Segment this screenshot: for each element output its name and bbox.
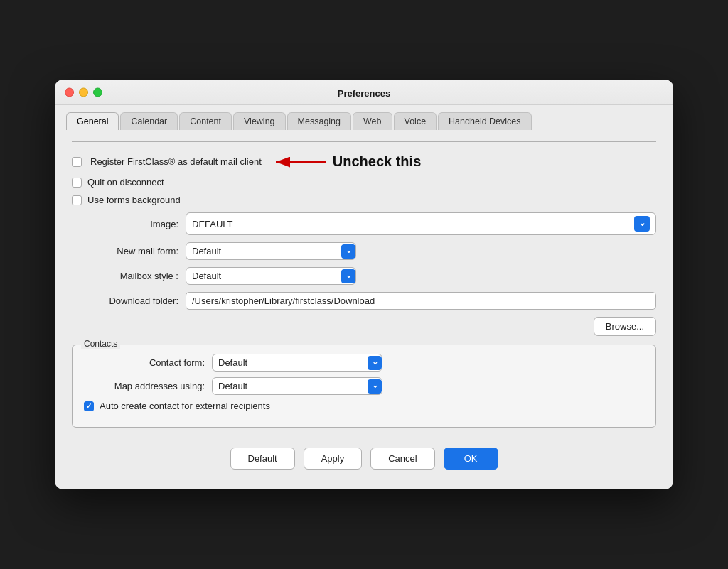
tab-divider: [72, 141, 656, 142]
quit-on-disconnect-label: Quit on disconnect: [87, 177, 164, 188]
apply-button[interactable]: Apply: [304, 448, 363, 470]
mailbox-style-select[interactable]: Default: [186, 267, 356, 285]
download-folder-label: Download folder:: [72, 296, 186, 306]
tab-general[interactable]: General: [66, 112, 119, 130]
annotation-text: Uncheck this: [333, 153, 421, 170]
cancel-button[interactable]: Cancel: [370, 448, 434, 470]
map-addresses-select[interactable]: Default: [212, 377, 382, 395]
use-forms-background-checkbox[interactable]: [72, 195, 82, 205]
download-folder-row: Download folder:: [72, 292, 656, 310]
maximize-button[interactable]: [93, 87, 102, 97]
tab-calendar[interactable]: Calendar: [120, 112, 178, 130]
bottom-buttons: Default Apply Cancel OK: [72, 442, 656, 472]
mailbox-style-arrow: [341, 269, 355, 283]
quit-on-disconnect-checkbox[interactable]: [72, 178, 82, 188]
mailbox-style-row: Mailbox style : Default: [72, 267, 656, 285]
quit-on-disconnect-row: Quit on disconnect: [72, 177, 656, 188]
map-addresses-label: Map addresses using:: [84, 381, 212, 391]
traffic-lights: [65, 87, 102, 97]
map-addresses-row: Map addresses using: Default: [84, 377, 644, 395]
register-firstclass-label: Register FirstClass® as default mail cli…: [90, 156, 262, 167]
tab-content-area: Register FirstClass® as default mail cli…: [55, 130, 673, 489]
close-button[interactable]: [65, 87, 74, 97]
contacts-group: Contacts Contact form: Default Map addre…: [72, 345, 656, 428]
auto-create-contact-label: Auto create contact for external recipie…: [100, 401, 270, 411]
download-folder-input[interactable]: [186, 292, 656, 310]
map-addresses-control: Default: [212, 377, 644, 395]
contact-form-label: Contact form:: [84, 357, 212, 368]
new-mail-form-select[interactable]: Default: [186, 242, 356, 260]
minimize-button[interactable]: [79, 87, 88, 97]
annotation-arrow: Uncheck this: [270, 153, 421, 170]
map-addresses-value: Default: [213, 378, 363, 394]
ok-button[interactable]: OK: [444, 448, 498, 470]
new-mail-form-value: Default: [186, 243, 337, 259]
auto-create-contact-row: Auto create contact for external recipie…: [84, 401, 644, 411]
image-label: Image:: [72, 219, 186, 229]
image-row: Image: DEFAULT: [72, 212, 656, 235]
new-mail-form-label: New mail form:: [72, 246, 186, 256]
register-firstclass-row: Register FirstClass® as default mail cli…: [72, 153, 656, 170]
tab-viewing[interactable]: Viewing: [233, 112, 286, 130]
image-select-value: DEFAULT: [192, 219, 233, 229]
tab-content[interactable]: Content: [179, 112, 232, 130]
browse-button[interactable]: Browse...: [594, 317, 656, 336]
new-mail-form-arrow: [341, 244, 355, 259]
default-button[interactable]: Default: [230, 448, 295, 470]
contact-form-value: Default: [213, 354, 363, 371]
arrow-icon: [270, 155, 327, 169]
image-select[interactable]: DEFAULT: [186, 212, 656, 235]
window-title: Preferences: [338, 88, 390, 99]
download-folder-control: [186, 292, 656, 310]
register-firstclass-checkbox[interactable]: [72, 157, 82, 167]
tabs-bar: General Calendar Content Viewing Messagi…: [55, 105, 673, 130]
new-mail-form-row: New mail form: Default: [72, 242, 656, 260]
mailbox-style-label: Mailbox style :: [72, 271, 186, 281]
auto-create-contact-checkbox[interactable]: [84, 401, 94, 411]
contact-form-row: Contact form: Default: [84, 354, 644, 372]
map-addresses-arrow: [368, 379, 382, 394]
tab-web[interactable]: Web: [353, 112, 392, 130]
contact-form-select[interactable]: Default: [212, 354, 382, 372]
tab-messaging[interactable]: Messaging: [287, 112, 351, 130]
use-forms-background-row: Use forms background: [72, 195, 656, 205]
preferences-window: Preferences General Calendar Content Vie…: [55, 80, 673, 489]
browse-row: Browse...: [72, 317, 656, 336]
contacts-legend: Contacts: [81, 339, 120, 349]
image-select-arrow: [634, 216, 650, 232]
contact-form-control: Default: [212, 354, 644, 372]
contact-form-arrow: [368, 356, 382, 370]
new-mail-form-control: Default: [186, 242, 656, 260]
title-bar: Preferences: [55, 80, 673, 105]
tab-handheld-devices[interactable]: Handheld Devices: [438, 112, 531, 130]
tab-voice[interactable]: Voice: [394, 112, 437, 130]
mailbox-style-control: Default: [186, 267, 656, 285]
mailbox-style-value: Default: [186, 268, 337, 284]
image-control: DEFAULT: [186, 212, 656, 235]
use-forms-background-label: Use forms background: [87, 195, 181, 205]
